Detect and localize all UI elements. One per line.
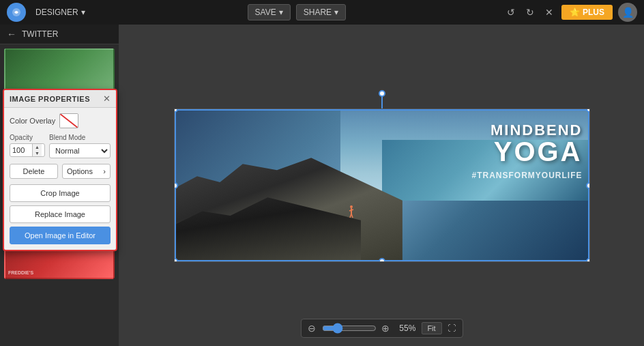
designer-menu-button[interactable]: DESIGNER ▾ (31, 5, 89, 20)
zoom-plus-icon: ⊕ (381, 323, 390, 334)
panel-body: Color Overlay Opacity (4, 108, 116, 250)
mindbend-text: MINDBEND (472, 123, 583, 138)
close-icon: ✕ (103, 93, 111, 104)
zoom-out-button[interactable]: ⊖ (308, 323, 316, 334)
panel-title: IMAGE PROPERTIES (10, 95, 90, 103)
svg-line-1 (61, 114, 78, 128)
opacity-decrease-button[interactable]: ▼ (33, 150, 42, 156)
expand-icon: ⛶ (448, 323, 456, 333)
back-icon: ← (7, 29, 16, 40)
sidebar-nav: ← TWITTER (0, 25, 119, 44)
top-bar: DESIGNER ▾ SAVE ▾ SHARE ▾ ↺ ↻ ✕ ⭐ PLUS 👤 (0, 0, 644, 25)
top-bar-right: ↺ ↻ ✕ ⭐ PLUS 👤 (504, 3, 637, 22)
color-overlay-row: Color Overlay (10, 113, 111, 128)
save-button[interactable]: SAVE ▾ (248, 4, 291, 20)
close-icon: ✕ (545, 7, 553, 18)
opacity-control: Opacity ▲ ▼ (10, 134, 45, 158)
options-button[interactable]: Options › (62, 164, 111, 179)
opacity-input-wrap: ▲ ▼ (10, 143, 45, 157)
color-overlay-label: Color Overlay (10, 117, 55, 125)
zoom-value: 55% (395, 323, 415, 333)
zoom-minus-icon: ⊖ (308, 323, 316, 334)
undo-button[interactable]: ↺ (504, 4, 518, 20)
yoga-banner: MINDBEND YOGA #TRANSFORMYOURLIFE (175, 109, 589, 261)
opacity-label: Opacity (10, 134, 45, 141)
svg-point-2 (350, 205, 353, 208)
dropdown-icon: ▾ (81, 8, 85, 17)
options-label: Options (67, 167, 93, 175)
designer-label: DESIGNER (35, 8, 78, 17)
hashtag-text: #TRANSFORMYOURLIFE (472, 171, 583, 180)
canvas-toolbar: ⊖ ⊕ 55% Fit ⛶ (300, 319, 463, 338)
redo-button[interactable]: ↻ (523, 4, 537, 20)
left-sidebar: ← TWITTER SUZY|SURF|SHOP YOGA MINDBEND F… (0, 25, 119, 346)
back-button[interactable]: ← (7, 29, 16, 40)
open-editor-button[interactable]: Open Image in Editor (10, 227, 111, 244)
fit-button[interactable]: Fit (421, 322, 441, 334)
opacity-input[interactable] (10, 145, 32, 156)
sidebar-title: TWITTER (22, 29, 58, 39)
zoom-in-button[interactable]: ⊕ (381, 323, 390, 334)
person-silhouette (349, 205, 354, 219)
image-properties-panel: IMAGE PROPERTIES ✕ Color Overlay (3, 89, 117, 251)
save-chevron-icon: ▾ (279, 8, 283, 17)
undo-icon: ↺ (507, 7, 515, 18)
canvas-wrapper: MINDBEND YOGA #TRANSFORMYOURLIFE (174, 109, 590, 262)
color-swatch[interactable] (59, 113, 78, 128)
main-content: ← TWITTER SUZY|SURF|SHOP YOGA MINDBEND F… (0, 25, 644, 346)
svg-line-4 (349, 210, 353, 211)
crop-image-button[interactable]: Crop Image (10, 184, 111, 202)
blend-mode-control: Blend Mode Normal Multiply Screen Overla… (49, 134, 111, 158)
plus-upgrade-button[interactable]: ⭐ PLUS (561, 5, 613, 20)
yoga-text: YOGA (472, 138, 583, 165)
svg-line-6 (351, 214, 353, 218)
close-button[interactable]: ✕ (542, 4, 556, 20)
options-chevron-icon: › (103, 167, 106, 175)
panel-close-button[interactable]: ✕ (103, 94, 111, 103)
opacity-spinners: ▲ ▼ (32, 144, 42, 156)
opacity-increase-button[interactable]: ▲ (33, 144, 42, 150)
expand-button[interactable]: ⛶ (448, 323, 456, 333)
top-center-handle[interactable] (379, 90, 385, 97)
share-button[interactable]: SHARE ▾ (296, 4, 346, 20)
zoom-slider[interactable] (321, 323, 376, 334)
blend-mode-label: Blend Mode (49, 134, 111, 141)
share-chevron-icon: ▾ (334, 8, 338, 17)
panel-header: IMAGE PROPERTIES ✕ (4, 90, 116, 108)
delete-button[interactable]: Delete (10, 164, 58, 179)
opacity-blend-row: Opacity ▲ ▼ Blend Mode Normal (10, 134, 111, 158)
delete-options-row: Delete Options › (10, 164, 111, 179)
user-avatar[interactable]: 👤 (618, 3, 637, 22)
app-logo[interactable] (7, 3, 26, 22)
blend-mode-select[interactable]: Normal Multiply Screen Overlay (49, 143, 111, 158)
replace-image-button[interactable]: Replace Image (10, 205, 111, 223)
canvas-area[interactable]: MINDBEND YOGA #TRANSFORMYOURLIFE (119, 25, 644, 346)
canvas-image: MINDBEND YOGA #TRANSFORMYOURLIFE (174, 109, 590, 262)
text-overlay: MINDBEND YOGA #TRANSFORMYOURLIFE (472, 123, 583, 180)
thumb-label: FREDDIE'S (8, 270, 33, 275)
redo-icon: ↻ (526, 7, 534, 18)
top-bar-center: SAVE ▾ SHARE ▾ (95, 4, 499, 20)
